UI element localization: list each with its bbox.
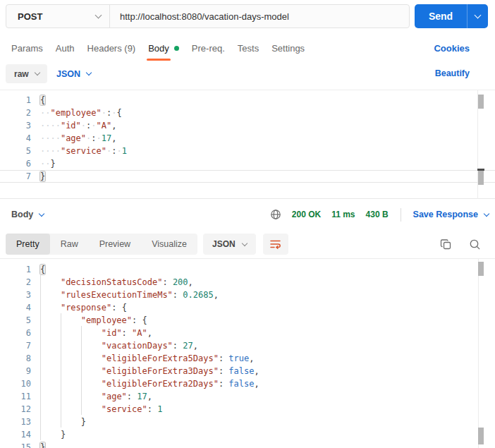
tab-label: Pre-req. [192,41,225,56]
code-text: ··"employee"·:·{ [40,107,122,119]
response-toolbar: PrettyRawPreviewVisualize JSON [6,234,481,255]
line-number: 12 [0,403,31,416]
code-line: 8 "eligibleForExtra5Days": true, [0,352,495,365]
tab-params[interactable]: Params [11,41,43,56]
view-tab-pretty[interactable]: Pretty [6,234,50,255]
copy-icon [440,238,452,250]
code-line: 10 "eligibleForExtra2Days": false, [0,377,495,390]
send-button[interactable]: Send [415,4,468,28]
code-text: ····"id"·:·"A", [40,119,116,132]
code-line: 4····"age"·:·17, [0,132,495,145]
code-line: 14 } [0,428,495,441]
line-number: 4 [0,132,31,145]
code-line: 13 } [0,416,495,428]
chevron-down-icon [475,12,482,19]
line-number: 2 [0,107,31,119]
code-text: } [40,428,66,441]
code-line: 6··} [0,157,495,170]
code-line: 5····"service"·:·1 [0,145,495,157]
code-text: { [40,263,45,276]
code-line: 15} [0,441,495,448]
chevron-down-icon [86,70,92,75]
code-text: ····"service"·:·1 [40,145,127,157]
send-options-button[interactable] [468,4,488,28]
code-text: "eligibleForExtra5Days": true, [40,352,254,365]
indent-guide [61,313,61,428]
cookies-link[interactable]: Cookies [434,43,470,54]
response-language-dropdown[interactable]: JSON [203,234,256,255]
response-body-label: Body [11,210,33,219]
request-body-editor[interactable]: 1{2··"employee"·:·{3····"id"·:·"A",4····… [0,90,495,199]
globe-icon[interactable] [270,209,281,220]
bracket-match-marker [478,171,484,185]
tab-label: Settings [271,41,305,56]
code-text: "employee": { [40,314,147,327]
code-line: 5 "employee": { [0,314,495,327]
method-label: POST [18,11,42,22]
tab-label: Body [148,41,169,56]
view-tab-raw[interactable]: Raw [50,234,89,255]
scrollbar-thumb[interactable] [478,95,484,109]
line-number: 1 [0,94,31,107]
body-format-label: raw [14,69,29,79]
tab-pre-req[interactable]: Pre-req. [192,41,225,56]
response-body-dropdown[interactable]: Body [11,210,44,219]
line-number: 4 [0,301,31,314]
code-text: } [40,170,45,183]
indent-guide [81,326,82,415]
divider [401,208,401,222]
beautify-link[interactable]: Beautify [435,68,470,78]
tab-body[interactable]: Body [148,41,179,56]
url-input[interactable]: http://localhost:8080/vacation-days-mode… [110,5,289,28]
line-number: 2 [0,276,31,289]
code-line: 2 "decisionStatusCode": 200, [0,276,495,289]
tab-label: Auth [56,41,75,56]
wrap-line-button[interactable] [263,234,288,255]
indent-guide [40,275,41,440]
code-line: 2··"employee"·:·{ [0,107,495,119]
tab-label: Tests [238,41,259,56]
line-number: 11 [0,390,31,403]
line-number: 1 [0,263,31,276]
code-text: "age": 17, [40,390,152,403]
search-button[interactable] [469,238,481,250]
save-response-button[interactable]: Save Response [413,210,489,219]
tab-label: Headers (9) [87,41,136,56]
tab-headers-9[interactable]: Headers (9) [87,41,136,56]
postman-request-panel: POST http://localhost:8080/vacation-days… [0,0,495,448]
response-size: 430 B [366,210,389,219]
request-language-dropdown[interactable]: JSON [56,64,91,83]
response-header: Body 200 OK 11 ms 430 B Save Response [11,204,489,225]
status-badge: 200 OK [292,210,321,219]
bracket-match-marker [478,428,484,444]
code-line: 11 "age": 17, [0,390,495,403]
code-line: 3 "rulesExecutionTimeMs": 0.2685, [0,289,495,301]
scrollbar-thumb[interactable] [478,262,484,276]
code-line: 4 "response": { [0,301,495,314]
code-line: 12 "service": 1 [0,403,495,416]
code-line: 7 "vacationDays": 27, [0,339,495,352]
tab-auth[interactable]: Auth [56,41,75,56]
body-format-dropdown[interactable]: raw [6,64,47,83]
code-text: "eligibleForExtra3Days": false, [40,365,259,377]
code-text: ····"age"·:·17, [40,132,116,145]
copy-button[interactable] [440,238,452,250]
view-tab-visualize[interactable]: Visualize [141,234,197,255]
chevron-down-icon [39,210,44,216]
chevron-down-icon [34,70,39,75]
tab-settings[interactable]: Settings [271,41,305,56]
tab-label: Params [11,41,43,56]
view-tab-preview[interactable]: Preview [89,234,141,255]
method-dropdown[interactable]: POST [6,5,109,28]
tab-tests[interactable]: Tests [238,41,259,56]
line-number: 13 [0,416,31,428]
wrap-text-icon [269,238,281,250]
response-time: 11 ms [331,210,355,219]
code-text: "decisionStatusCode": 200, [40,276,193,289]
code-line: 7} [0,170,495,183]
code-text: "eligibleForExtra2Days": false, [40,377,259,390]
chevron-down-icon [484,210,489,216]
code-line: 3····"id"·:·"A", [0,119,495,132]
response-view-tabs: PrettyRawPreviewVisualize [6,234,197,255]
search-icon [469,238,481,250]
